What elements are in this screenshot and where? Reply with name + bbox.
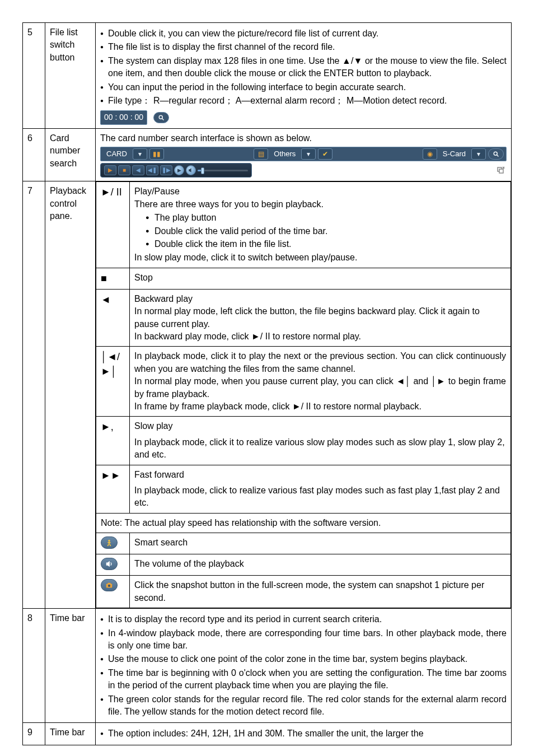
pb-vol-icon[interactable] bbox=[186, 165, 196, 175]
card-field-icon[interactable]: ▮▮ bbox=[149, 148, 164, 160]
pb-stop-icon[interactable]: ■ bbox=[118, 165, 130, 175]
card-label: CARD bbox=[103, 149, 130, 159]
frame-icon: │◄/ ►│ bbox=[96, 347, 130, 417]
playpause-l1: There are three ways for you to begin pl… bbox=[134, 198, 506, 211]
scard-search-icon[interactable] bbox=[488, 148, 504, 160]
snapshot-icon-cell bbox=[96, 576, 130, 608]
frame-l3: In frame by frame playback mode, click ►… bbox=[134, 400, 506, 413]
back-l2: In backward play mode, click ►/ II to re… bbox=[134, 330, 506, 343]
slow-l1: In playback mode, click it to realize va… bbox=[134, 436, 506, 461]
row5-b4: You can input the period in the followin… bbox=[100, 81, 507, 94]
svg-line-13 bbox=[110, 544, 111, 547]
search-icon-button[interactable] bbox=[153, 112, 169, 123]
svg-line-1 bbox=[162, 119, 163, 120]
close-icon[interactable] bbox=[495, 165, 507, 174]
slow-title: Slow play bbox=[134, 420, 506, 432]
note-text: Note: The actual play speed has relation… bbox=[96, 513, 511, 533]
svg-rect-6 bbox=[499, 169, 503, 173]
svg-point-0 bbox=[159, 115, 162, 119]
frame-icon-1: │◄/ bbox=[101, 350, 125, 364]
card-dropdown[interactable]: ▾ bbox=[133, 148, 147, 160]
snapshot-icon[interactable] bbox=[101, 579, 118, 591]
scard-icon[interactable]: ◉ bbox=[423, 148, 437, 160]
svg-rect-16 bbox=[107, 583, 110, 585]
others-dropdown[interactable]: ▾ bbox=[301, 148, 316, 160]
row9-num: 9 bbox=[23, 723, 45, 745]
row5-num: 5 bbox=[23, 23, 45, 129]
row8-b5: The green color stands for the regular r… bbox=[100, 693, 507, 718]
playpause-sb3: Double click the item in the file list. bbox=[146, 238, 506, 250]
pb-vol-slider[interactable] bbox=[198, 167, 248, 173]
slow-icon: ►, bbox=[96, 417, 130, 465]
smart-search-icon-cell bbox=[96, 533, 130, 554]
pb-play-icon[interactable]: ▶ bbox=[104, 165, 116, 175]
playpause-l2: In slow play mode, click it to switch be… bbox=[134, 251, 506, 264]
playback-controls-table: ►/ II Play/Pause There are three ways fo… bbox=[96, 181, 511, 608]
snapshot-text: Click the snapshot button in the full-sc… bbox=[130, 576, 511, 608]
frame-l2: In normal play mode, when you pause curr… bbox=[134, 375, 506, 400]
pb-prevframe-icon[interactable]: ◀❚ bbox=[146, 165, 158, 175]
others-label: Others bbox=[270, 149, 299, 159]
card-toolbar: CARD ▾ ▮▮ ▤ Others ▾ ✔ ◉ S-Card ▾ bbox=[100, 147, 507, 161]
row8-b2: In 4-window playback mode, there are cor… bbox=[100, 627, 507, 652]
playback-bar: ▶ ■ ◀ ◀❚ ❚▶ ▶ bbox=[100, 163, 252, 178]
slow-desc: Slow play In playback mode, click it to … bbox=[130, 417, 511, 465]
row8-label: Time bar bbox=[45, 609, 96, 723]
row6-label: Card number search bbox=[45, 128, 96, 181]
stop-text: Stop bbox=[130, 268, 511, 289]
back-title: Backward play bbox=[134, 293, 506, 305]
row9-desc: The option includes: 24H, 12H, 1H and 30… bbox=[96, 723, 512, 745]
svg-line-12 bbox=[107, 544, 109, 547]
others-check-icon[interactable]: ✔ bbox=[318, 148, 332, 160]
svg-point-9 bbox=[108, 540, 110, 542]
row6-num: 6 bbox=[23, 128, 45, 181]
row8-b4: The time bar is beginning with 0 o'clock… bbox=[100, 667, 507, 692]
time-input[interactable]: 00 : 00 : 00 bbox=[100, 110, 147, 125]
svg-marker-14 bbox=[106, 561, 110, 567]
fast-icon: ►► bbox=[96, 465, 130, 513]
svg-point-17 bbox=[108, 585, 110, 587]
playpause-sb1: The play button bbox=[146, 212, 506, 224]
row8-b3: Use the mouse to click one point of the … bbox=[100, 653, 507, 665]
row5-b3: The system can display max 128 files in … bbox=[100, 55, 507, 80]
row8-desc: It is to display the record type and its… bbox=[96, 609, 512, 723]
back-l1: In normal play mode, left click the butt… bbox=[134, 305, 506, 330]
row6-line1: The card number search interface is show… bbox=[100, 132, 507, 144]
fast-title: Fast forward bbox=[134, 469, 506, 481]
row5-b5: File type： R—regular record； A—external … bbox=[100, 95, 507, 107]
pb-nextframe-icon[interactable]: ❚▶ bbox=[160, 165, 172, 175]
svg-line-3 bbox=[497, 155, 499, 157]
playpause-sb2: Double click the valid period of the tim… bbox=[146, 225, 506, 237]
scard-dropdown[interactable]: ▾ bbox=[471, 148, 486, 160]
frame-icon-2: ►│ bbox=[101, 365, 125, 379]
frame-desc: In playback mode, click it to play the n… bbox=[130, 347, 511, 417]
row6-desc: The card number search interface is show… bbox=[96, 128, 512, 181]
fast-desc: Fast forward In playback mode, click to … bbox=[130, 465, 511, 513]
pb-slow-icon[interactable]: ▶ bbox=[174, 165, 184, 175]
playpause-icon: ►/ II bbox=[96, 182, 130, 268]
row9-label: Time bar bbox=[45, 723, 96, 745]
back-icon: ◄ bbox=[96, 289, 130, 347]
fast-l1: In playback mode, click to realize vario… bbox=[134, 484, 506, 510]
stop-icon: ■ bbox=[96, 268, 130, 289]
playpause-desc: Play/Pause There are three ways for you … bbox=[130, 182, 511, 268]
row5-b2: The file list is to display the first ch… bbox=[100, 41, 507, 53]
frame-l1: In playback mode, click it to play the n… bbox=[134, 350, 506, 375]
row8-num: 8 bbox=[23, 609, 45, 723]
row8-b1: It is to display the record type and its… bbox=[100, 613, 507, 626]
row7-desc: ►/ II Play/Pause There are three ways fo… bbox=[96, 181, 512, 609]
svg-point-2 bbox=[494, 152, 497, 156]
playpause-title: Play/Pause bbox=[134, 185, 506, 198]
pb-back-icon[interactable]: ◀ bbox=[132, 165, 144, 175]
row5-b1: Double click it, you can view the pictur… bbox=[100, 27, 507, 40]
volume-icon[interactable] bbox=[101, 558, 118, 570]
row7-label: Playback control pane. bbox=[45, 181, 96, 609]
volume-text: The volume of the playback bbox=[130, 554, 511, 576]
row9-b1: The option includes: 24H, 12H, 1H and 30… bbox=[100, 727, 507, 740]
row7-num: 7 bbox=[23, 181, 45, 609]
row5-label: File list switch button bbox=[45, 23, 96, 129]
smart-search-icon[interactable] bbox=[101, 536, 118, 549]
back-desc: Backward play In normal play mode, left … bbox=[130, 289, 511, 347]
others-icon[interactable]: ▤ bbox=[254, 148, 268, 160]
smart-search-text: Smart search bbox=[130, 533, 511, 554]
